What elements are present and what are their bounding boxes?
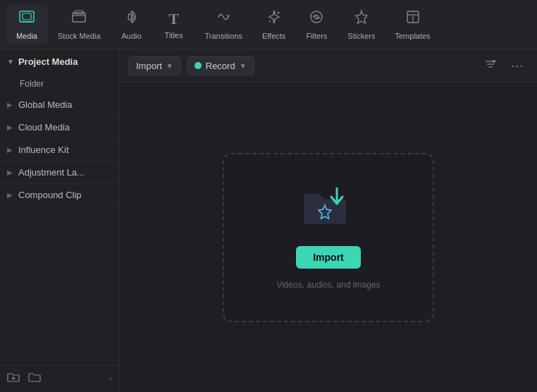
toolbar-effects-label: Effects xyxy=(262,32,285,40)
influence-kit-arrow: ▶ xyxy=(7,146,13,154)
toolbar-templates[interactable]: Templates xyxy=(385,5,440,44)
sidebar-item-global-media[interactable]: ▶ Global Media xyxy=(0,94,119,116)
toolbar: Media Stock Media Audio T Titles xyxy=(0,0,537,49)
drop-icon xyxy=(300,185,357,235)
toolbar-transitions-label: Transitions xyxy=(205,32,242,40)
toolbar-templates-label: Templates xyxy=(395,32,430,40)
toolbar-stock-media[interactable]: Stock Media xyxy=(48,5,111,44)
svg-rect-0 xyxy=(20,11,34,22)
toolbar-titles-label: Titles xyxy=(165,31,183,39)
toolbar-transitions[interactable]: Transitions xyxy=(195,5,252,44)
import-label: Import xyxy=(136,61,162,71)
svg-rect-1 xyxy=(23,13,31,20)
drop-zone-hint: Videos, audios, and images xyxy=(276,280,380,290)
toolbar-effects[interactable]: Effects xyxy=(252,5,295,44)
folder-label: Folder xyxy=(20,79,44,89)
templates-icon xyxy=(405,9,421,29)
import-sidebar-button[interactable] xyxy=(28,371,41,386)
effects-icon xyxy=(266,9,282,29)
cloud-media-arrow: ▶ xyxy=(7,123,13,131)
titles-icon: T xyxy=(168,10,179,28)
more-options-button[interactable]: ⋯ xyxy=(507,55,529,76)
sidebar: ▼ Project Media Folder ▶ Global Media ▶ … xyxy=(0,49,120,392)
content-toolbar: Import ▼ Record ▼ ⋯ xyxy=(120,49,537,82)
toolbar-filters[interactable]: Filters xyxy=(295,5,338,44)
new-folder-button[interactable] xyxy=(7,371,20,386)
sidebar-bottom: ‹ xyxy=(0,365,119,392)
drop-zone-import-button[interactable]: Import xyxy=(296,246,361,269)
toolbar-filters-label: Filters xyxy=(306,32,327,40)
record-dot-icon xyxy=(195,62,202,69)
import-chevron-icon: ▼ xyxy=(166,62,173,70)
import-button[interactable]: Import ▼ xyxy=(128,56,181,75)
svg-point-8 xyxy=(269,20,271,22)
sidebar-folder[interactable]: Folder xyxy=(0,74,119,94)
record-button[interactable]: Record ▼ xyxy=(187,56,254,75)
adjustment-la-arrow: ▶ xyxy=(7,169,13,176)
filters-icon xyxy=(309,9,324,29)
toolbar-stickers[interactable]: Stickers xyxy=(338,5,385,44)
adjustment-la-label: Adjustment La... xyxy=(18,167,85,178)
drop-zone: Import Videos, audios, and images xyxy=(223,153,434,322)
global-media-arrow: ▶ xyxy=(7,101,13,109)
toolbar-media-label: Media xyxy=(16,32,37,40)
audio-icon xyxy=(124,9,140,29)
record-chevron-icon: ▼ xyxy=(240,62,247,70)
sidebar-item-cloud-media[interactable]: ▶ Cloud Media xyxy=(0,116,119,139)
toolbar-titles[interactable]: T Titles xyxy=(153,6,195,44)
cloud-media-label: Cloud Media xyxy=(18,122,70,133)
main-layout: ▼ Project Media Folder ▶ Global Media ▶ … xyxy=(0,49,537,392)
compound-clip-label: Compound Clip xyxy=(18,190,82,200)
stock-media-icon xyxy=(71,9,87,29)
record-label: Record xyxy=(206,61,235,71)
filter-button[interactable] xyxy=(480,55,501,76)
toolbar-audio-label: Audio xyxy=(121,32,141,40)
toolbar-audio[interactable]: Audio xyxy=(111,5,153,44)
svg-point-7 xyxy=(277,11,279,13)
toolbar-stickers-label: Stickers xyxy=(347,32,375,40)
sidebar-item-adjustment-la[interactable]: ▶ Adjustment La... xyxy=(0,161,119,184)
sidebar-item-compound-clip[interactable]: ▶ Compound Clip xyxy=(0,184,119,207)
media-icon xyxy=(18,9,35,29)
sidebar-collapse-button[interactable]: ‹ xyxy=(109,374,112,384)
project-media-label: Project Media xyxy=(18,56,78,67)
global-media-label: Global Media xyxy=(18,99,73,110)
sidebar-project-media[interactable]: ▼ Project Media xyxy=(0,49,119,74)
svg-point-19 xyxy=(493,60,495,63)
content-area: Import ▼ Record ▼ ⋯ xyxy=(120,49,537,392)
influence-kit-label: Influence Kit xyxy=(18,145,69,155)
compound-clip-arrow: ▶ xyxy=(7,191,13,199)
sidebar-item-influence-kit[interactable]: ▶ Influence Kit xyxy=(0,139,119,161)
stickers-icon xyxy=(354,9,369,29)
transitions-icon xyxy=(215,9,232,29)
project-media-arrow: ▼ xyxy=(7,58,14,66)
drop-zone-wrapper: Import Videos, audios, and images xyxy=(120,82,537,392)
toolbar-media[interactable]: Media xyxy=(6,5,48,44)
toolbar-stock-label: Stock Media xyxy=(58,32,101,40)
